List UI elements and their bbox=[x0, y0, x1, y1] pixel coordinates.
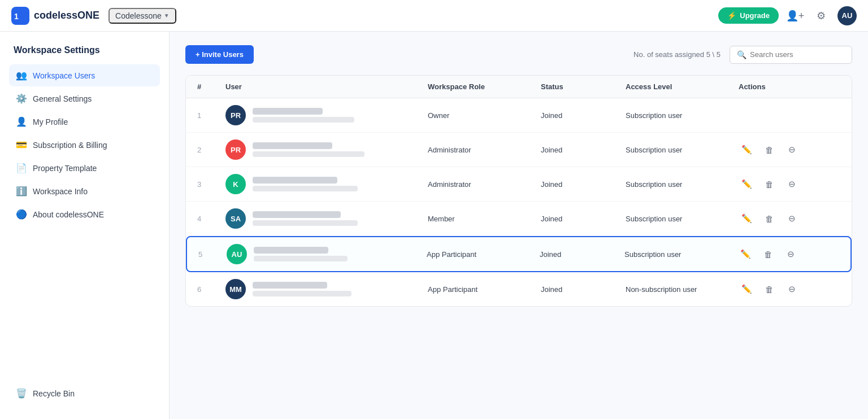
sidebar-item-workspace-info[interactable]: ℹ️ Workspace Info bbox=[9, 180, 160, 202]
main-layout: Workspace Settings 👥 Workspace Users ⚙️ … bbox=[0, 32, 868, 419]
col-status: Status bbox=[541, 82, 626, 91]
delete-user-button[interactable]: 🗑 bbox=[761, 281, 777, 297]
sidebar-item-label: Workspace Users bbox=[33, 71, 95, 80]
user-avatar: SA bbox=[225, 208, 246, 229]
general-settings-icon: ⚙️ bbox=[16, 93, 27, 104]
user-info bbox=[253, 211, 358, 226]
user-email-placeholder bbox=[253, 186, 358, 191]
remove-user-button[interactable]: ⊖ bbox=[784, 211, 800, 226]
user-name-placeholder bbox=[253, 177, 337, 184]
access-cell: Subscription user bbox=[626, 215, 739, 223]
edit-user-button[interactable]: ✏️ bbox=[739, 281, 754, 297]
user-cell: K bbox=[225, 174, 428, 194]
edit-user-button[interactable]: ✏️ bbox=[739, 176, 754, 192]
row-number: 1 bbox=[197, 111, 225, 120]
row-number: 2 bbox=[197, 146, 225, 154]
delete-user-button[interactable]: 🗑 bbox=[761, 176, 777, 192]
remove-user-button[interactable]: ⊖ bbox=[784, 142, 800, 158]
col-actions: Actions bbox=[739, 82, 840, 91]
user-name-placeholder bbox=[253, 142, 332, 149]
access-cell: Non-subscription user bbox=[626, 285, 739, 294]
access-cell: Subscription user bbox=[626, 111, 739, 120]
row-number: 4 bbox=[197, 215, 225, 223]
user-info bbox=[253, 177, 358, 191]
user-cell: PR bbox=[225, 139, 428, 160]
recycle-bin-icon: 🗑️ bbox=[16, 388, 27, 399]
user-name-placeholder bbox=[253, 282, 327, 289]
user-avatar: AU bbox=[227, 244, 247, 264]
col-user: User bbox=[225, 82, 428, 91]
topnav: 1 codelessONE Codelessone ▼ ⚡ Upgrade 👤+… bbox=[0, 0, 868, 32]
subscription-billing-icon: 💳 bbox=[16, 139, 27, 150]
user-name-placeholder bbox=[253, 108, 323, 115]
access-cell: Subscription user bbox=[624, 250, 737, 259]
delete-user-button[interactable]: 🗑 bbox=[761, 211, 777, 226]
toolbar-right: No. of seats assigned 5 \ 5 🔍 bbox=[633, 46, 852, 64]
table-body: 1 PR Owner Joined Subscription user 2 PR… bbox=[186, 98, 852, 306]
edit-user-button[interactable]: ✏️ bbox=[739, 211, 754, 226]
sidebar-item-property-template[interactable]: 📄 Property Template bbox=[9, 157, 160, 179]
upgrade-button[interactable]: ⚡ Upgrade bbox=[718, 7, 779, 24]
delete-user-button[interactable]: 🗑 bbox=[761, 142, 777, 158]
role-cell: App Participant bbox=[427, 250, 540, 259]
sidebar-item-my-profile[interactable]: 👤 My Profile bbox=[9, 111, 160, 133]
col-role: Workspace Role bbox=[428, 82, 541, 91]
invite-users-button[interactable]: + Invite Users bbox=[185, 45, 254, 64]
sidebar-item-subscription-billing[interactable]: 💳 Subscription & Billing bbox=[9, 134, 160, 156]
about-codelessone-icon: 🔵 bbox=[16, 209, 27, 220]
sidebar-item-general-settings[interactable]: ⚙️ General Settings bbox=[9, 88, 160, 110]
sidebar-bottom: 🗑️ Recycle Bin bbox=[9, 382, 160, 405]
sidebar-item-label: Recycle Bin bbox=[33, 389, 75, 398]
chevron-down-icon: ▼ bbox=[164, 12, 170, 19]
actions-cell: ✏️ 🗑 ⊖ bbox=[739, 211, 840, 226]
table-row: 4 SA Member Joined Subscription user ✏️ … bbox=[186, 202, 852, 236]
sidebar-bottom-nav: 🗑️ Recycle Bin bbox=[9, 382, 160, 404]
user-avatar: K bbox=[225, 174, 246, 194]
user-info bbox=[253, 282, 351, 296]
workspace-selector[interactable]: Codelessone ▼ bbox=[108, 8, 176, 24]
sidebar-item-label: Property Template bbox=[33, 164, 97, 173]
actions-cell: ✏️ 🗑 ⊖ bbox=[739, 176, 840, 192]
user-cell: AU bbox=[227, 244, 427, 264]
user-avatar-button[interactable]: AU bbox=[837, 6, 857, 25]
search-input[interactable] bbox=[750, 50, 845, 59]
delete-user-button[interactable]: 🗑 bbox=[760, 246, 776, 262]
workspace-info-icon: ℹ️ bbox=[16, 186, 27, 197]
user-name-placeholder bbox=[253, 211, 341, 218]
sidebar-title: Workspace Settings bbox=[9, 45, 160, 55]
person-add-icon: 👤+ bbox=[786, 10, 805, 22]
sidebar-item-recycle-bin[interactable]: 🗑️ Recycle Bin bbox=[9, 382, 160, 404]
col-num: # bbox=[197, 82, 225, 91]
remove-user-button[interactable]: ⊖ bbox=[784, 176, 800, 192]
settings-button[interactable]: ⚙ bbox=[811, 6, 831, 25]
workspace-users-icon: 👥 bbox=[16, 70, 27, 81]
sidebar-item-about-codelessone[interactable]: 🔵 About codelessONE bbox=[9, 203, 160, 225]
main-content: + Invite Users No. of seats assigned 5 \… bbox=[170, 32, 868, 419]
gear-icon: ⚙ bbox=[817, 10, 826, 22]
workspace-name: Codelessone bbox=[115, 11, 162, 20]
user-info bbox=[254, 247, 348, 261]
logo-area: 1 codelessONE bbox=[11, 7, 99, 25]
row-number: 5 bbox=[198, 250, 227, 259]
sidebar-item-label: My Profile bbox=[33, 117, 68, 126]
user-name-placeholder bbox=[254, 247, 328, 254]
role-cell: App Participant bbox=[428, 285, 541, 294]
remove-user-button[interactable]: ⊖ bbox=[783, 246, 798, 262]
user-avatar: PR bbox=[225, 105, 246, 125]
user-email-placeholder bbox=[254, 256, 348, 261]
user-cell: MM bbox=[225, 279, 428, 299]
edit-user-button[interactable]: ✏️ bbox=[739, 142, 754, 158]
topnav-right: ⚡ Upgrade 👤+ ⚙ AU bbox=[718, 6, 857, 25]
add-user-button[interactable]: 👤+ bbox=[785, 6, 805, 25]
user-email-placeholder bbox=[253, 117, 354, 123]
sidebar-item-label: About codelessONE bbox=[33, 210, 104, 219]
sidebar-item-label: General Settings bbox=[33, 94, 92, 103]
lightning-icon: ⚡ bbox=[727, 11, 736, 20]
app-logo-text: codelessONE bbox=[34, 10, 99, 21]
col-access: Access Level bbox=[626, 82, 739, 91]
sidebar-item-workspace-users[interactable]: 👥 Workspace Users bbox=[9, 64, 160, 86]
app-logo: 1 bbox=[11, 7, 29, 25]
role-cell: Member bbox=[428, 215, 541, 223]
edit-user-button[interactable]: ✏️ bbox=[737, 246, 753, 262]
remove-user-button[interactable]: ⊖ bbox=[784, 281, 800, 297]
